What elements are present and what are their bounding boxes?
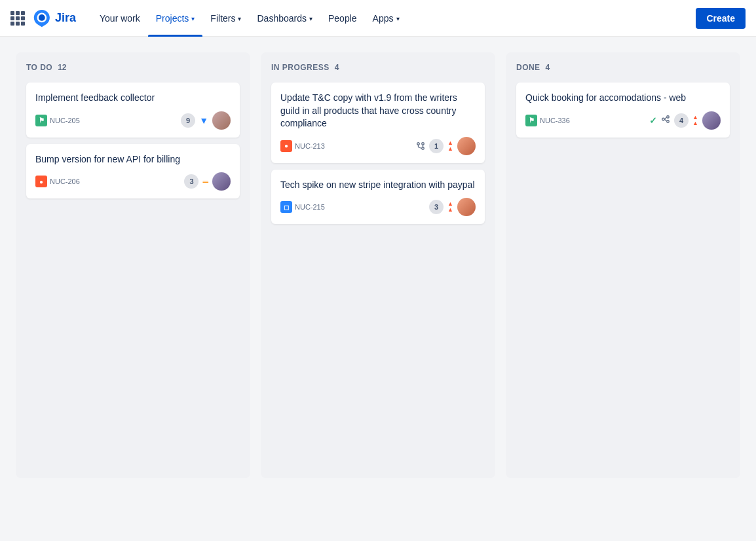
priority-high-icon: ▲▲	[447, 140, 453, 152]
projects-label: Projects	[156, 13, 189, 24]
story-type-icon: ⚑	[35, 115, 47, 126]
branch-icon	[416, 141, 425, 151]
child-count-badge: 1	[429, 139, 444, 153]
card-meta: ● NUC-206 3 ═	[35, 172, 231, 191]
svg-point-2	[422, 143, 425, 145]
assignee-avatar	[457, 137, 476, 155]
apps-nav[interactable]: Apps ▾	[365, 0, 407, 37]
link-icon	[661, 115, 670, 126]
column-done: DONE 4 Quick booking for accomodations -…	[506, 52, 740, 478]
svg-line-4	[419, 147, 422, 149]
dashboards-label: Dashboards	[257, 13, 307, 24]
your-work-nav[interactable]: Your work	[92, 0, 148, 37]
card-title: Update T&C copy with v1.9 from the write…	[280, 92, 476, 130]
priority-medium-icon: ═	[202, 177, 208, 185]
create-button[interactable]: Create	[696, 8, 746, 29]
svg-line-9	[664, 117, 667, 119]
bug-type-icon: ●	[35, 176, 47, 187]
filters-chevron-icon: ▾	[238, 15, 241, 22]
card-title: Tech spike on new stripe integration wit…	[280, 179, 476, 192]
card-title: Implement feedback collector	[35, 92, 231, 105]
app-switcher-button[interactable]	[10, 11, 25, 26]
logo[interactable]: Jira	[33, 9, 76, 28]
card-title: Bump version for new API for billing	[35, 153, 231, 166]
bug-type-icon: ●	[280, 140, 292, 152]
issue-id: NUC-215	[295, 203, 325, 211]
issue-tag: ⚑ NUC-205	[35, 115, 80, 126]
priority-high-icon: ▲▲	[447, 201, 453, 213]
jira-logo-icon	[33, 9, 51, 28]
child-count-badge: 4	[674, 113, 689, 128]
assignee-avatar	[212, 172, 231, 191]
issue-id: NUC-206	[50, 177, 80, 185]
task-type-icon: ◻	[280, 201, 292, 213]
card-NUC-213[interactable]: Update T&C copy with v1.9 from the write…	[271, 83, 485, 163]
people-nav[interactable]: People	[320, 0, 365, 37]
column-count: 4	[335, 63, 339, 72]
card-NUC-205[interactable]: Implement feedback collector ⚑ NUC-205 9…	[26, 83, 240, 138]
navbar: Jira Your work Projects ▾ Filters ▾ Dash…	[0, 0, 756, 37]
issue-tag: ◻ NUC-215	[280, 201, 325, 213]
issue-id: NUC-336	[540, 117, 570, 124]
column-count: 12	[58, 63, 66, 72]
people-label: People	[328, 13, 357, 24]
priority-low-icon: ▼	[199, 115, 208, 126]
card-meta: ● NUC-213 1 ▲▲	[280, 137, 476, 155]
column-title: TO DO	[26, 63, 52, 72]
projects-nav[interactable]: Projects ▾	[148, 0, 203, 37]
assignee-avatar	[702, 111, 721, 130]
filters-label: Filters	[210, 13, 235, 24]
column-header: TO DO 12	[26, 63, 240, 72]
column-inprogress: IN PROGRESS 4 Update T&C copy with v1.9 …	[261, 52, 495, 478]
svg-line-10	[664, 119, 667, 121]
issue-tag: ● NUC-213	[280, 140, 325, 152]
projects-chevron-icon: ▾	[191, 15, 195, 22]
card-meta: ⚑ NUC-205 9 ▼	[35, 111, 231, 130]
svg-point-6	[662, 118, 665, 121]
nav-items: Your work Projects ▾ Filters ▾ Dashboard…	[92, 0, 693, 37]
issue-tag: ● NUC-206	[35, 176, 80, 187]
child-count-badge: 3	[184, 174, 198, 189]
card-NUC-206[interactable]: Bump version for new API for billing ● N…	[26, 144, 240, 199]
done-check-icon: ✓	[649, 115, 657, 126]
story-type-icon: ⚑	[525, 115, 537, 126]
column-title: IN PROGRESS	[271, 63, 330, 72]
column-header: DONE 4	[516, 63, 730, 72]
kanban-board: TO DO 12 Implement feedback collector ⚑ …	[0, 37, 756, 541]
issue-id: NUC-213	[295, 142, 325, 150]
assignee-avatar	[457, 198, 476, 216]
column-title: DONE	[516, 63, 540, 72]
issue-tag: ⚑ NUC-336	[525, 115, 570, 126]
svg-point-7	[667, 116, 670, 119]
grid-icon	[10, 11, 25, 26]
assignee-avatar	[212, 111, 231, 130]
apps-chevron-icon: ▾	[396, 15, 400, 22]
priority-high-icon: ▲▲	[692, 115, 698, 126]
filters-nav[interactable]: Filters ▾	[202, 0, 249, 37]
svg-point-8	[667, 121, 670, 123]
card-title: Quick booking for accomodations - web	[525, 92, 721, 105]
card-meta: ◻ NUC-215 3 ▲▲	[280, 198, 476, 216]
column-header: IN PROGRESS 4	[271, 63, 485, 72]
issue-id: NUC-205	[50, 117, 80, 124]
dashboards-chevron-icon: ▾	[309, 15, 312, 22]
your-work-label: Your work	[100, 13, 140, 24]
apps-label: Apps	[373, 13, 394, 24]
card-NUC-215[interactable]: Tech spike on new stripe integration wit…	[271, 170, 485, 225]
card-meta: ⚑ NUC-336 ✓ 4 ▲▲	[525, 111, 721, 130]
card-NUC-336[interactable]: Quick booking for accomodations - web ⚑ …	[516, 83, 730, 138]
column-count: 4	[546, 63, 550, 72]
column-todo: TO DO 12 Implement feedback collector ⚑ …	[16, 52, 250, 478]
svg-point-1	[422, 147, 425, 150]
child-count-badge: 9	[181, 113, 195, 128]
nav-right: Create	[696, 8, 746, 29]
child-count-badge: 3	[429, 200, 444, 214]
svg-point-0	[417, 143, 420, 145]
logo-text: Jira	[55, 11, 76, 25]
dashboards-nav[interactable]: Dashboards ▾	[249, 0, 320, 37]
